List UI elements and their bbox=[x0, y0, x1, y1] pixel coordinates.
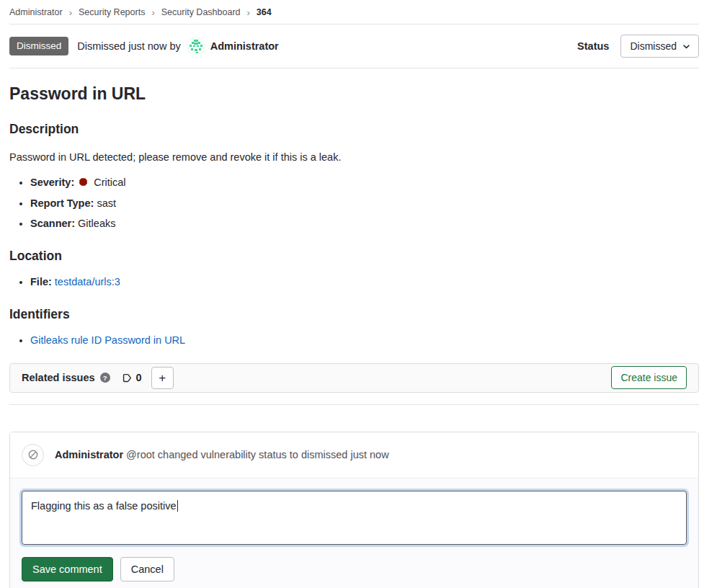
report-type-row: Report Type: sast bbox=[30, 196, 699, 211]
identicon-image bbox=[187, 37, 205, 55]
status-label: Status bbox=[577, 40, 609, 52]
comment-text: Flagging this as a false positive bbox=[31, 500, 177, 512]
chevron-down-icon bbox=[682, 43, 690, 50]
file-label: File: bbox=[30, 276, 52, 288]
issue-count-value: 0 bbox=[136, 372, 142, 383]
issues-icon bbox=[122, 373, 133, 383]
severity-critical-icon bbox=[79, 176, 88, 191]
help-icon[interactable]: ? bbox=[100, 373, 110, 383]
avatar[interactable] bbox=[187, 37, 205, 55]
breadcrumb-current: 364 bbox=[257, 7, 272, 17]
create-issue-button[interactable]: Create issue bbox=[611, 366, 687, 389]
status-badge: Dismissed bbox=[9, 37, 68, 55]
chevron-right-icon: › bbox=[151, 8, 154, 17]
file-link[interactable]: testdata/urls:3 bbox=[55, 276, 120, 288]
breadcrumb-item-security-reports[interactable]: Security Reports bbox=[79, 7, 145, 17]
plus-icon: + bbox=[159, 372, 166, 384]
cancel-button[interactable]: Cancel bbox=[120, 557, 174, 582]
save-comment-button[interactable]: Save comment bbox=[22, 557, 113, 582]
location-heading: Location bbox=[9, 249, 699, 264]
chevron-right-icon: › bbox=[69, 8, 72, 17]
scanner-value: Gitleaks bbox=[78, 218, 115, 229]
vulnerability-details-list: Severity:Critical Report Type: sast Scan… bbox=[9, 175, 699, 231]
identifier-row: Gitleaks rule ID Password in URL bbox=[30, 333, 699, 348]
status-detail-text: Dismissed just now by bbox=[77, 40, 180, 52]
add-related-issue-button[interactable]: + bbox=[151, 367, 174, 389]
activity-card: Administrator @root changed vulnerabilit… bbox=[9, 432, 699, 588]
report-type-value: sast bbox=[97, 197, 116, 209]
comment-form: Flagging this as a false positive Save c… bbox=[10, 478, 698, 588]
identifiers-list: Gitleaks rule ID Password in URL bbox=[9, 333, 699, 348]
severity-value: Critical bbox=[94, 177, 125, 188]
chevron-right-icon: › bbox=[247, 8, 250, 17]
related-issues-title: Related issues bbox=[22, 372, 95, 383]
identifier-link[interactable]: Gitleaks rule ID Password in URL bbox=[30, 334, 185, 346]
identifiers-heading: Identifiers bbox=[9, 307, 699, 322]
system-note-author[interactable]: Administrator bbox=[55, 449, 123, 460]
severity-row: Severity:Critical bbox=[30, 175, 699, 191]
breadcrumb: Administrator › Security Reports › Secur… bbox=[9, 0, 699, 24]
status-dropdown[interactable]: Dismissed bbox=[620, 35, 699, 58]
status-bar: Dismissed Dismissed just now by bbox=[9, 24, 699, 68]
scanner-row: Scanner: Gitleaks bbox=[30, 216, 699, 231]
page: Administrator › Security Reports › Secur… bbox=[0, 0, 717, 588]
text-caret bbox=[177, 500, 179, 512]
related-issues-panel: Related issues ? 0 + Create issue bbox=[9, 363, 699, 393]
breadcrumb-item-administrator[interactable]: Administrator bbox=[9, 7, 63, 17]
status-author[interactable]: Administrator bbox=[210, 40, 279, 52]
system-note-body: @root changed vulnerability status to di… bbox=[126, 449, 389, 460]
breadcrumb-item-security-dashboard[interactable]: Security Dashboard bbox=[161, 7, 241, 17]
report-type-label: Report Type: bbox=[30, 197, 94, 209]
file-row: File: testdata/urls:3 bbox=[30, 275, 699, 290]
comment-actions: Save comment Cancel bbox=[22, 557, 687, 582]
severity-label: Severity: bbox=[30, 177, 74, 188]
description-heading: Description bbox=[9, 122, 699, 137]
issue-count: 0 bbox=[122, 372, 142, 383]
status-dropdown-value: Dismissed bbox=[630, 40, 677, 52]
scanner-label: Scanner: bbox=[30, 218, 75, 229]
page-title: Password in URL bbox=[9, 84, 699, 104]
dismissed-cancel-icon bbox=[22, 444, 44, 466]
comment-textarea[interactable]: Flagging this as a false positive bbox=[22, 491, 687, 545]
system-note: Administrator @root changed vulnerabilit… bbox=[10, 432, 698, 478]
divider bbox=[9, 404, 699, 405]
location-list: File: testdata/urls:3 bbox=[9, 275, 699, 290]
system-note-text: Administrator @root changed vulnerabilit… bbox=[55, 449, 389, 460]
divider bbox=[9, 68, 699, 68]
description-body: Password in URL detected; please remove … bbox=[9, 150, 699, 164]
